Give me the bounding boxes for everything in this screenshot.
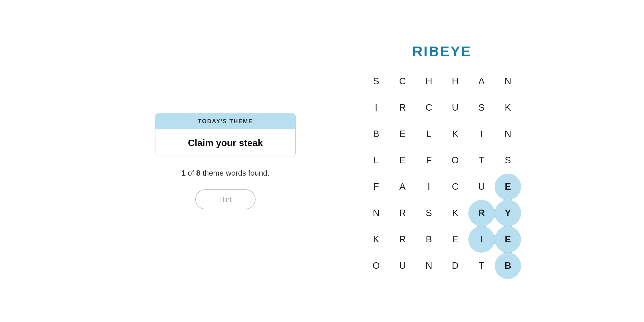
grid-cell[interactable]: A	[468, 68, 495, 95]
hint-button[interactable]: Hint	[195, 189, 256, 209]
word-grid[interactable]: SCHHANIRCUSKBELKINLEFOTSFAICUENRSKRYKRBE…	[363, 68, 521, 279]
grid-cell[interactable]: U	[389, 253, 416, 279]
grid-cell[interactable]: O	[363, 253, 389, 279]
main-container: TODAY'S THEME Claim your steak 1 of 8 th…	[0, 0, 644, 322]
grid-cell[interactable]: N	[416, 253, 442, 279]
grid-cell[interactable]: S	[495, 147, 521, 174]
grid-cell[interactable]: O	[442, 147, 468, 174]
grid-cell[interactable]: D	[442, 253, 468, 279]
grid-cell[interactable]: S	[416, 200, 442, 226]
grid-cell[interactable]: I	[363, 95, 389, 121]
grid-cell[interactable]: K	[442, 200, 468, 226]
grid-cell[interactable]: K	[495, 95, 521, 121]
grid-cell[interactable]: H	[416, 68, 442, 95]
grid-cell[interactable]: N	[495, 68, 521, 95]
grid-cell[interactable]: R	[389, 95, 416, 121]
left-panel: TODAY'S THEME Claim your steak 1 of 8 th…	[123, 113, 328, 209]
grid-cell[interactable]: E	[442, 226, 468, 253]
grid-cell[interactable]: U	[468, 174, 495, 200]
grid-cell[interactable]: A	[389, 174, 416, 200]
grid-cell[interactable]: R	[389, 200, 416, 226]
theme-header: TODAY'S THEME	[155, 113, 295, 129]
puzzle-title: RIBEYE	[412, 43, 472, 59]
grid-cell[interactable]: N	[363, 200, 389, 226]
grid-cell[interactable]: C	[416, 95, 442, 121]
grid-cell[interactable]: R	[389, 226, 416, 253]
grid-cell[interactable]: K	[442, 121, 468, 147]
grid-cell[interactable]: T	[468, 147, 495, 174]
grid-cell[interactable]: N	[495, 121, 521, 147]
grid-cell[interactable]: E	[495, 174, 521, 200]
grid-cell[interactable]: R	[468, 200, 495, 226]
grid-cell[interactable]: B	[363, 121, 389, 147]
found-text: 1 of 8 theme words found.	[181, 169, 270, 178]
grid-cell[interactable]: E	[495, 226, 521, 253]
found-count: 1	[181, 169, 186, 177]
found-total: 8	[196, 169, 200, 177]
grid-wrapper: SCHHANIRCUSKBELKINLEFOTSFAICUENRSKRYKRBE…	[363, 68, 521, 279]
grid-cell[interactable]: I	[416, 174, 442, 200]
grid-cell[interactable]: F	[416, 147, 442, 174]
grid-cell[interactable]: L	[416, 121, 442, 147]
grid-cell[interactable]: K	[363, 226, 389, 253]
grid-cell[interactable]: Y	[495, 200, 521, 226]
grid-cell[interactable]: B	[495, 253, 521, 279]
grid-cell[interactable]: I	[468, 226, 495, 253]
grid-cell[interactable]: B	[416, 226, 442, 253]
theme-box: TODAY'S THEME Claim your steak	[155, 113, 296, 157]
grid-cell[interactable]: I	[468, 121, 495, 147]
grid-cell[interactable]: C	[442, 174, 468, 200]
grid-cell[interactable]: E	[389, 147, 416, 174]
grid-cell[interactable]: S	[468, 95, 495, 121]
right-panel: RIBEYE	[363, 43, 521, 279]
grid-cell[interactable]: H	[442, 68, 468, 95]
grid-cell[interactable]: F	[363, 174, 389, 200]
theme-text: Claim your steak	[155, 129, 295, 157]
grid-cell[interactable]: S	[363, 68, 389, 95]
grid-cell[interactable]: C	[389, 68, 416, 95]
grid-cell[interactable]: U	[442, 95, 468, 121]
grid-cell[interactable]: T	[468, 253, 495, 279]
grid-cell[interactable]: L	[363, 147, 389, 174]
grid-cell[interactable]: E	[389, 121, 416, 147]
